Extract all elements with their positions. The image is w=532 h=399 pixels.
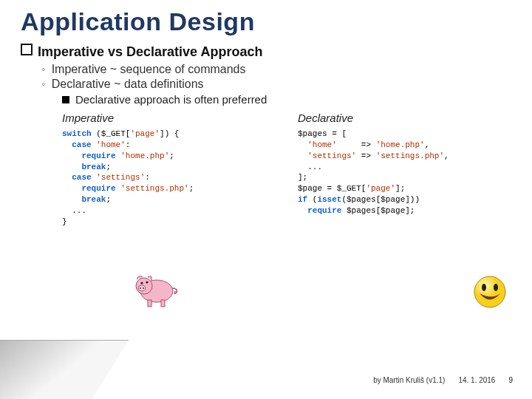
corner-decoration [0,340,129,399]
code-columns: Imperative switch ($_GET['page']) { case… [62,112,511,228]
square-bullet-icon [21,44,33,55]
code-block-imperative: switch ($_GET['page']) { case 'home': re… [62,129,276,228]
level2-bullet: Declarative ~ data definitions [41,78,511,91]
svg-point-11 [494,284,498,291]
level3-bullet: Declarative approach is often preferred [62,93,511,106]
footer-author: by Martin Kruliš (v1.1) [373,376,445,384]
bullet-text: Declarative approach is often preferred [75,93,267,106]
svg-point-5 [140,282,143,284]
svg-point-2 [138,285,146,291]
bullet-text: Declarative ~ data definitions [52,78,204,90]
level2-bullet: Imperative ~ sequence of commands [41,63,511,76]
column-heading: Declarative [298,112,511,124]
section-heading: Imperative vs Declarative Approach [21,44,511,60]
svg-point-10 [482,284,486,291]
footer-date: 14. 1. 2016 [458,376,495,384]
svg-point-9 [474,276,505,307]
svg-point-4 [143,287,144,289]
bullet-text: Imperative ~ sequence of commands [52,63,246,75]
slide: Application Design Imperative vs Declara… [0,0,532,228]
right-column: Declarative $pages = [ 'home' => 'home.p… [298,112,511,228]
column-heading: Imperative [62,112,276,124]
code-block-declarative: $pages = [ 'home' => 'home.php', 'settin… [298,129,511,216]
heading-rest: vs Declarative Approach [104,44,262,59]
pig-icon [132,267,183,309]
filled-square-icon [62,96,69,103]
heading-prefix: Imperative [38,44,104,59]
svg-point-3 [140,287,141,289]
footer: by Martin Kruliš (v1.1) 14. 1. 2016 9 [373,376,513,384]
svg-rect-7 [148,300,151,307]
slide-title: Application Design [21,7,511,36]
svg-point-6 [146,281,148,283]
smiley-icon [473,275,507,309]
svg-rect-8 [161,300,165,307]
left-column: Imperative switch ($_GET['page']) { case… [62,112,276,228]
footer-page-number: 9 [508,376,513,384]
